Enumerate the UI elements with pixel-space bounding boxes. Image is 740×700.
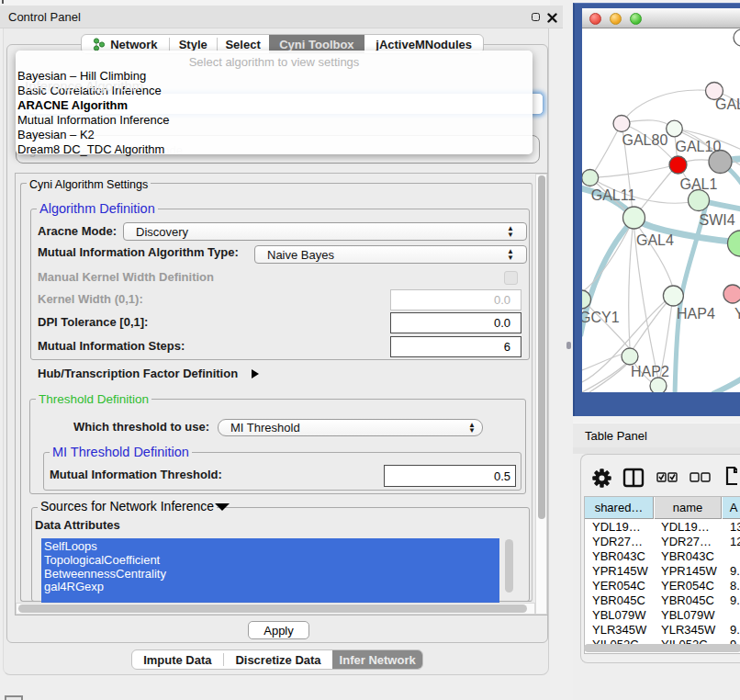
svg-text:GAL4: GAL4 [636,232,674,248]
svg-text:GAL80: GAL80 [622,132,668,148]
svg-text:YP: YP [734,306,740,322]
svg-text:GAL7: GAL7 [715,96,740,112]
svg-text:GAL1: GAL1 [680,176,718,192]
svg-text:GAL11: GAL11 [591,187,636,203]
svg-text:GAL10: GAL10 [676,139,722,154]
svg-text:HAP4: HAP4 [677,306,715,322]
svg-text:SWI4: SWI4 [700,212,735,228]
svg-text:HAP2: HAP2 [631,364,669,379]
svg-text:GCY1: GCY1 [582,310,620,325]
